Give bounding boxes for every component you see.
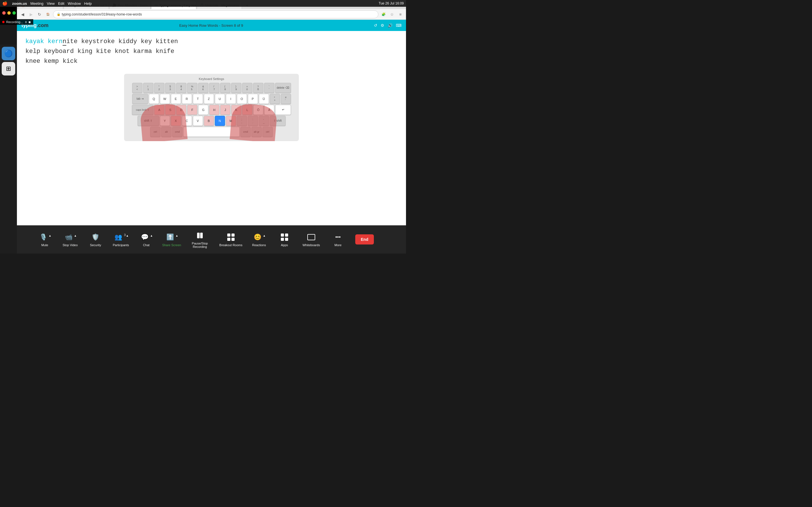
nav-forward-button[interactable]: ▶ — [28, 11, 35, 18]
key-cmd-right[interactable]: cmd — [241, 127, 251, 137]
key-caps[interactable]: caps lock ⇪ — [132, 105, 153, 115]
nav-home-button[interactable]: 🏠 — [45, 11, 51, 18]
pause-recording-button[interactable]: Pause/Stop Recording — [185, 228, 215, 251]
more-button[interactable]: ••• More — [325, 230, 351, 249]
end-button[interactable]: End — [355, 234, 374, 244]
key-shift-left[interactable]: shift ⇧ — [138, 116, 159, 126]
key-x[interactable]: X — [171, 116, 181, 126]
key-uml-o[interactable]: Ö — [253, 105, 263, 115]
recording-controls[interactable]: ⏸ ⏹ — [24, 20, 31, 24]
menu-help[interactable]: Help — [84, 1, 92, 6]
key-p[interactable]: P — [248, 94, 258, 104]
key-e[interactable]: E — [171, 94, 181, 104]
nav-refresh-button[interactable]: ↻ — [36, 11, 43, 18]
key-uml-a[interactable]: Ä — [264, 105, 274, 115]
key-j[interactable]: J — [220, 105, 231, 115]
whiteboards-button[interactable]: Whiteboards — [297, 230, 325, 249]
key-q[interactable]: Q — [149, 94, 159, 104]
mute-arrow[interactable]: ▲ — [49, 234, 51, 237]
key-question[interactable]: ?ß — [253, 83, 263, 93]
bookmark-button[interactable]: ☆ — [389, 11, 395, 18]
key-o[interactable]: O — [237, 94, 247, 104]
key-n[interactable]: N — [215, 116, 225, 126]
participants-arrow[interactable]: ▲ — [126, 234, 129, 237]
menu-edit[interactable]: Edit — [58, 1, 64, 6]
key-pct[interactable]: %5 — [187, 83, 197, 93]
key-a[interactable]: A — [154, 105, 164, 115]
sidebar-launchpad-icon[interactable]: ⊞ — [2, 62, 15, 75]
key-h[interactable]: H — [209, 105, 219, 115]
key-ctrl-right[interactable]: ctrl — [262, 127, 273, 137]
key-tab[interactable]: tab ⇥ — [132, 94, 148, 104]
key-v[interactable]: V — [193, 116, 203, 126]
menu-window[interactable]: Window — [68, 1, 81, 6]
key-delete[interactable]: delete ⌫ — [275, 83, 291, 93]
share-screen-button[interactable]: ⬆️ ▲ Share Screen — [159, 230, 185, 249]
key-alt-left[interactable]: alt — [161, 127, 171, 137]
participants-button[interactable]: 👥 3 ▲ Participants — [108, 230, 134, 249]
key-dash[interactable]: -_ — [259, 116, 269, 126]
key-k[interactable]: K — [231, 105, 241, 115]
key-cmd-left[interactable]: cmd — [172, 127, 183, 137]
menu-meeting[interactable]: Meeting — [31, 1, 43, 6]
sidebar-finder-icon[interactable]: 🔵 — [2, 47, 15, 60]
key-m[interactable]: M — [226, 116, 236, 126]
apple-menu-icon[interactable]: 🍎 — [2, 1, 8, 6]
address-bar[interactable]: 🔒 typing.com/student/lesson/319/easy-hom… — [53, 10, 378, 18]
key-hash[interactable]: #' — [281, 94, 291, 104]
key-b[interactable]: B — [204, 116, 214, 126]
key-dollar[interactable]: $4 — [176, 83, 186, 93]
app-name[interactable]: zoom.us — [12, 1, 27, 6]
chat-arrow[interactable]: ▲ — [150, 234, 153, 237]
share-arrow[interactable]: ▲ — [175, 234, 178, 237]
minimize-button[interactable] — [7, 11, 11, 15]
key-r[interactable]: R — [182, 94, 192, 104]
key-quot[interactable]: "2 — [154, 83, 164, 93]
key-altgr[interactable]: alt gr — [252, 127, 262, 137]
close-button[interactable] — [2, 11, 6, 15]
browser-menu-button[interactable]: ≡ — [397, 11, 404, 18]
audio-icon[interactable]: 🔊 — [388, 23, 393, 27]
extensions-button[interactable]: 🧩 — [380, 11, 387, 18]
maximize-button[interactable] — [12, 11, 16, 15]
key-i[interactable]: I — [226, 94, 236, 104]
key-equals[interactable]: =0 — [242, 83, 252, 93]
key-sect[interactable]: §3 — [165, 83, 175, 93]
replay-icon[interactable]: ↺ — [374, 23, 377, 27]
key-u[interactable]: U — [215, 94, 225, 104]
key-y[interactable]: Y — [160, 116, 170, 126]
key-enter[interactable]: ↵ — [275, 105, 291, 115]
key-space[interactable] — [183, 127, 240, 137]
nav-back-button[interactable]: ◀ — [19, 11, 26, 18]
key-semi[interactable]: ;, — [237, 116, 247, 126]
key-t[interactable]: T — [193, 94, 203, 104]
key-f[interactable]: F — [187, 105, 197, 115]
key-s[interactable]: S — [165, 105, 175, 115]
key-colon[interactable]: :. — [248, 116, 258, 126]
mute-button[interactable]: 🎙️ ▲ Mute — [32, 230, 57, 249]
chat-button[interactable]: 💬 ▲ Chat — [134, 230, 159, 249]
stop-video-button[interactable]: 📹 ▲ Stop Video — [57, 230, 83, 249]
reactions-arrow[interactable]: ▲ — [263, 234, 266, 237]
key-uml-u[interactable]: Ü — [259, 94, 269, 104]
apps-button[interactable]: Apps — [272, 230, 297, 249]
key-l[interactable]: L — [242, 105, 252, 115]
video-arrow[interactable]: ▲ — [74, 234, 77, 237]
key-rparen[interactable]: )9 — [231, 83, 241, 93]
key-z[interactable]: Z — [204, 94, 214, 104]
key-w[interactable]: W — [160, 94, 170, 104]
breakout-button[interactable]: Breakout Rooms — [215, 230, 246, 249]
key-shift-right[interactable]: ⇧ shift — [270, 116, 286, 126]
key-gt[interactable]: >< — [132, 83, 142, 93]
key-d[interactable]: D — [176, 105, 186, 115]
settings-icon[interactable]: ⚙ — [380, 23, 384, 27]
key-amp[interactable]: &6 — [198, 83, 208, 93]
reactions-button[interactable]: 😊 ▲ Reactions — [246, 230, 272, 249]
key-star[interactable]: *+ — [270, 94, 280, 104]
key-c[interactable]: C — [182, 116, 192, 126]
key-slash[interactable]: /7 — [209, 83, 219, 93]
menu-view[interactable]: View — [47, 1, 55, 6]
key-ctrl-left[interactable]: ctrl — [150, 127, 160, 137]
key-lparen[interactable]: (8 — [220, 83, 231, 93]
key-excl[interactable]: !1 — [143, 83, 153, 93]
